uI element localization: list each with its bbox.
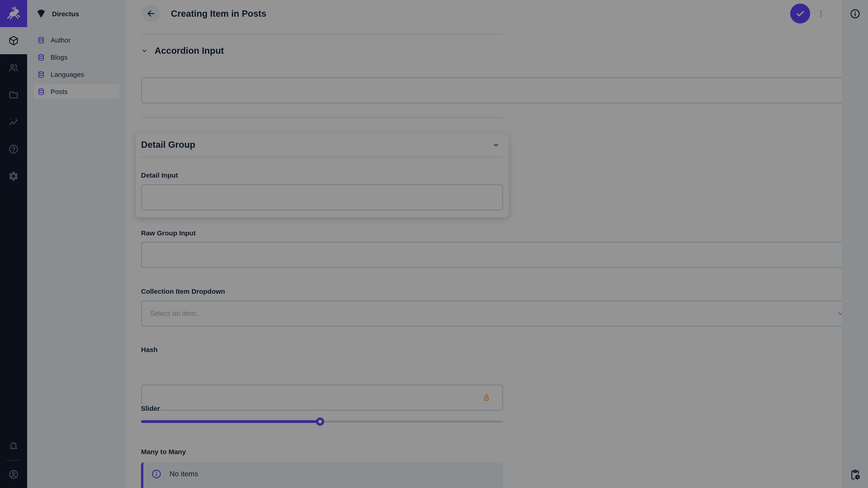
app-window: Directus Author Blogs Languages Posts: [0, 0, 868, 488]
focus-overlay: [0, 0, 868, 488]
